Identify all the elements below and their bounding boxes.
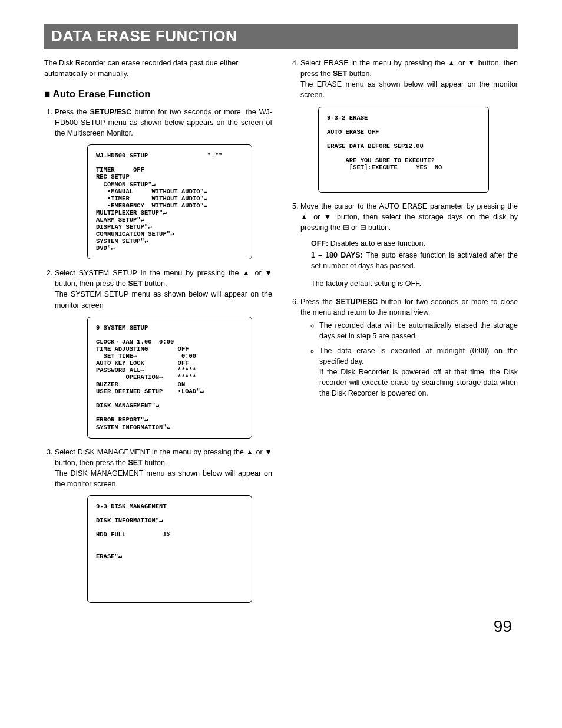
screen-system-setup: 9 SYSTEM SETUP CLOCK→ JAN 1.00 0:00 TIME…	[87, 317, 252, 439]
set-button-label: SET	[128, 279, 142, 288]
def-days: 1 – 180 DAYS: The auto erase function is…	[311, 250, 518, 271]
note-2: The data erase is executed at midnight (…	[319, 345, 518, 399]
step-1-text-a: Press the	[55, 108, 90, 116]
setup-esc-label-2: SETUP/ESC	[336, 298, 378, 306]
setup-esc-label: SETUP/ESC	[90, 108, 132, 116]
right-column: Select ERASE in the menu by pressing the…	[290, 58, 518, 611]
step-4: Select ERASE in the menu by pressing the…	[300, 58, 518, 193]
screen-erase-menu: 9-3-2 ERASE AUTO ERASE OFF ERASE DATA BE…	[318, 107, 489, 193]
step-3: Select DISK MANAGEMENT in the menu by pr…	[55, 447, 272, 603]
step-2-text-d: The SYSTEM SETUP menu as shown below wil…	[55, 289, 272, 310]
note-2b: If the Disk Recorder is powered off at t…	[319, 367, 518, 398]
step-5: Move the cursor to the AUTO ERASE parame…	[300, 201, 518, 289]
notes-list: The recorded data will be automatically …	[311, 320, 518, 398]
intro-text: The Disk Recorder can erase recorded dat…	[44, 58, 272, 79]
step-list-left: Press the SETUP/ESC button for two secon…	[44, 107, 272, 603]
off-label: OFF:	[311, 239, 328, 248]
step-list-right: Select ERASE in the menu by pressing the…	[290, 58, 518, 398]
set-button-label-3: SET	[333, 70, 347, 78]
step-3-text-d: The DISK MANAGEMENT menu as shown below …	[55, 468, 272, 489]
step-4-text-c: button.	[347, 70, 372, 78]
set-button-label-2: SET	[128, 459, 142, 467]
note-1: The recorded data will be automatically …	[319, 320, 518, 341]
step-6: Press the SETUP/ESC button for two secon…	[300, 297, 518, 398]
step-1: Press the SETUP/ESC button for two secon…	[55, 107, 272, 259]
step-2-text-c: button.	[143, 279, 167, 288]
note-2a: The data erase is executed at midnight (…	[319, 345, 518, 367]
subsection-title-text: Auto Erase Function	[52, 88, 150, 100]
step-6-text-a: Press the	[300, 298, 336, 306]
subsection-title: ■ Auto Erase Function	[44, 87, 272, 102]
days-label: 1 – 180 DAYS:	[311, 251, 363, 259]
def-off: OFF: Disables auto erase function.	[311, 238, 518, 249]
left-column: The Disk Recorder can erase recorded dat…	[44, 58, 272, 611]
screen-disk-management: 9-3 DISK MANAGEMENT DISK INFORMATION"↵ H…	[87, 495, 252, 603]
section-title: DATA ERASE FUNCTION	[44, 24, 518, 49]
factory-default-text: The factory default setting is OFF.	[311, 278, 518, 289]
step-5-text-a: Move the cursor to the AUTO ERASE parame…	[300, 202, 518, 232]
off-text: Disables auto erase function.	[328, 239, 425, 248]
page: DATA ERASE FUNCTION The Disk Recorder ca…	[0, 0, 562, 648]
page-number: 99	[44, 617, 518, 636]
step-2: Select SYSTEM SETUP in the menu by press…	[55, 268, 272, 438]
screen-setup-menu: WJ-HD500 SETUP *.** TIMER OFF REC SETUP …	[87, 144, 252, 259]
definitions: OFF: Disables auto erase function. 1 – 1…	[311, 238, 518, 271]
step-4-text-d: The ERASE menu as shown below will appea…	[300, 79, 518, 100]
step-3-text-c: button.	[143, 459, 167, 467]
square-bullet-icon: ■	[44, 88, 50, 100]
columns: The Disk Recorder can erase recorded dat…	[44, 58, 518, 611]
